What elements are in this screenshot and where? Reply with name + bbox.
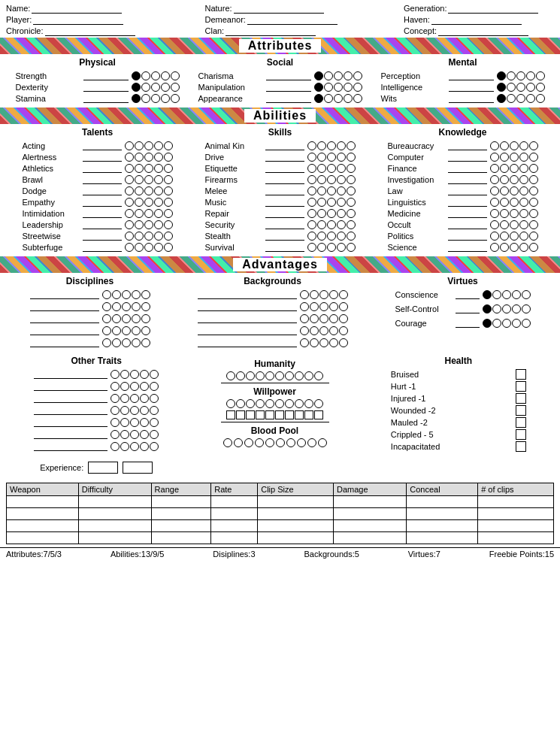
empty-dots[interactable]	[490, 220, 538, 229]
willpower-circle-dot[interactable]	[236, 399, 245, 408]
weapon-cell[interactable]	[211, 496, 258, 508]
empty-dots[interactable]	[102, 326, 150, 335]
dot[interactable]	[324, 71, 333, 80]
other-trait-line[interactable]	[34, 429, 107, 439]
empty-dots[interactable]	[110, 382, 159, 391]
dot[interactable]	[512, 304, 521, 313]
dot[interactable]	[536, 71, 545, 80]
dot[interactable]	[510, 141, 519, 150]
empty-dots[interactable]	[125, 198, 173, 207]
dot[interactable]	[300, 314, 309, 323]
dot[interactable]	[164, 175, 173, 184]
dot[interactable]	[112, 338, 121, 347]
dot[interactable]	[112, 290, 121, 299]
empty-dots[interactable]	[125, 175, 173, 184]
other-trait-line[interactable]	[34, 369, 107, 379]
experience-box2[interactable]	[123, 462, 153, 474]
dot[interactable]	[110, 382, 120, 391]
dot[interactable]	[171, 71, 180, 80]
dot[interactable]	[314, 83, 323, 92]
dot[interactable]	[125, 232, 134, 241]
empty-dots[interactable]	[125, 186, 173, 195]
wits-dots[interactable]	[497, 94, 545, 103]
discipline-name-line[interactable]	[30, 313, 99, 323]
willpower-sq-dot[interactable]	[285, 410, 294, 419]
dot[interactable]	[516, 71, 525, 80]
empty-dots[interactable]	[300, 302, 348, 311]
dot[interactable]	[150, 382, 159, 391]
background-name-line[interactable]	[198, 289, 297, 299]
nature-value[interactable]	[234, 3, 324, 14]
dot[interactable]	[500, 186, 509, 195]
dot[interactable]	[132, 302, 141, 311]
dot[interactable]	[529, 153, 538, 162]
dot[interactable]	[353, 94, 362, 103]
weapon-cell[interactable]	[211, 520, 258, 532]
blood-pool-dot[interactable]	[318, 438, 327, 447]
dot[interactable]	[141, 326, 150, 335]
dot[interactable]	[497, 83, 506, 92]
dot[interactable]	[329, 290, 338, 299]
dot[interactable]	[510, 175, 519, 184]
manipulation-dots[interactable]	[314, 83, 362, 92]
dot[interactable]	[319, 302, 328, 311]
dot[interactable]	[339, 326, 348, 335]
self-control-dots[interactable]	[483, 304, 531, 313]
generation-value[interactable]	[448, 3, 538, 14]
dot[interactable]	[110, 406, 120, 415]
empty-dots[interactable]	[490, 141, 538, 150]
dot[interactable]	[140, 430, 149, 439]
weapon-cell[interactable]	[211, 532, 258, 544]
dot[interactable]	[347, 175, 356, 184]
dot[interactable]	[310, 314, 319, 323]
dot[interactable]	[329, 326, 338, 335]
dot[interactable]	[329, 302, 338, 311]
intelligence-dots[interactable]	[497, 83, 545, 92]
dot[interactable]	[132, 94, 141, 103]
dot[interactable]	[507, 71, 516, 80]
dot[interactable]	[334, 71, 343, 80]
empty-dots[interactable]	[490, 175, 538, 184]
weapon-cell[interactable]	[7, 508, 79, 520]
dot[interactable]	[500, 141, 509, 150]
weapon-cell[interactable]	[151, 520, 211, 532]
willpower-sq-dot[interactable]	[275, 410, 284, 419]
dot[interactable]	[314, 94, 323, 103]
dot[interactable]	[329, 314, 338, 323]
dot[interactable]	[339, 302, 348, 311]
weapon-cell[interactable]	[7, 532, 79, 544]
dot[interactable]	[529, 220, 538, 229]
dot[interactable]	[339, 290, 348, 299]
dot[interactable]	[529, 141, 538, 150]
dot[interactable]	[314, 71, 323, 80]
experience-box1[interactable]	[88, 462, 118, 474]
dot[interactable]	[500, 232, 509, 241]
dot[interactable]	[339, 338, 348, 347]
dot[interactable]	[135, 232, 144, 241]
empty-dots[interactable]	[125, 243, 173, 252]
dot[interactable]	[130, 406, 139, 415]
weapon-cell[interactable]	[258, 508, 334, 520]
dot[interactable]	[164, 198, 173, 207]
dot[interactable]	[125, 141, 134, 150]
dot[interactable]	[512, 290, 521, 299]
dot[interactable]	[317, 186, 326, 195]
dexterity-dots[interactable]	[132, 83, 180, 92]
dot[interactable]	[337, 186, 346, 195]
dot[interactable]	[347, 243, 356, 252]
dot[interactable]	[500, 243, 509, 252]
dot[interactable]	[132, 71, 141, 80]
dot[interactable]	[344, 83, 353, 92]
dot[interactable]	[529, 198, 538, 207]
dot[interactable]	[519, 198, 528, 207]
dot[interactable]	[144, 243, 153, 252]
blood-pool-dot[interactable]	[223, 438, 232, 447]
willpower-circle-dot[interactable]	[295, 399, 304, 408]
dot[interactable]	[154, 209, 163, 218]
empty-dots[interactable]	[125, 164, 173, 173]
empty-dots[interactable]	[307, 232, 356, 241]
dot[interactable]	[130, 394, 139, 403]
dot[interactable]	[526, 94, 535, 103]
willpower-sq-dot[interactable]	[236, 410, 245, 419]
humanity-dot[interactable]	[275, 371, 284, 380]
